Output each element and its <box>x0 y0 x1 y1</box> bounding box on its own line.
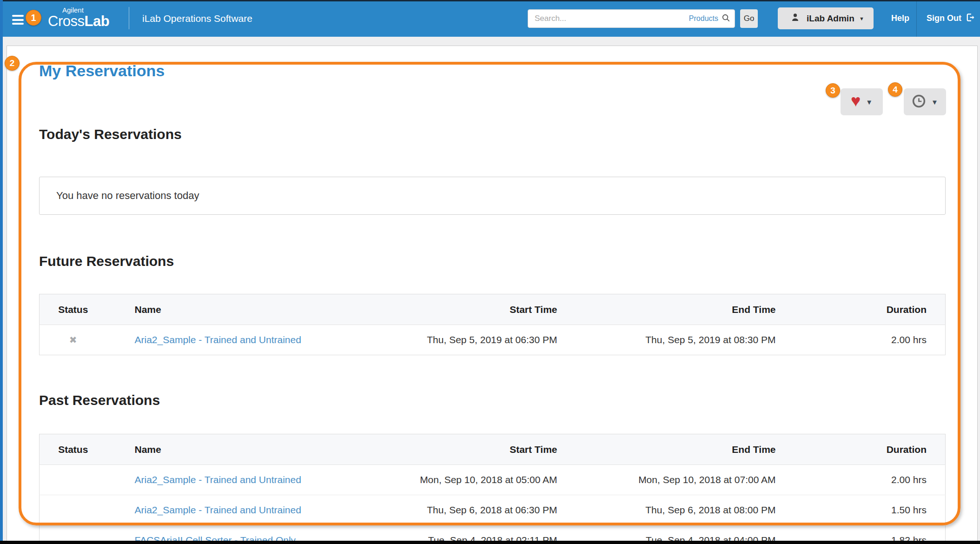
user-menu-button[interactable]: iLab Admin ▼ <box>778 7 874 29</box>
future-reservations-table: Status Name Start Time End Time Duration… <box>39 294 946 355</box>
duration-cell: 1.50 hrs <box>790 495 946 525</box>
help-link[interactable]: Help <box>891 0 909 37</box>
status-cell <box>40 495 107 525</box>
table-row: ✖ Aria2_Sample - Trained and Untrained T… <box>40 325 946 355</box>
app-window: Agilent CrossLab iLab Operations Softwar… <box>0 0 980 544</box>
search-go-button[interactable]: Go <box>740 9 758 28</box>
status-cell <box>40 465 107 495</box>
table-header-row: Status Name Start Time End Time Duration <box>40 434 946 465</box>
name-column-header: Name <box>107 434 344 465</box>
end-column-header: End Time <box>571 434 790 465</box>
annotation-badge-1: 1 <box>26 10 41 26</box>
end-column-header: End Time <box>571 294 790 325</box>
screenshot-top-edge <box>0 0 980 1</box>
name-cell: Aria2_Sample - Trained and Untrained <box>107 325 344 355</box>
start-cell: Mon, Sep 10, 2018 at 05:00 AM <box>344 465 571 495</box>
hamburger-menu-icon[interactable] <box>12 15 24 27</box>
header-divider <box>129 7 129 29</box>
name-column-header: Name <box>107 294 344 325</box>
table-row: Aria2_Sample - Trained and Untrained Thu… <box>40 495 946 525</box>
favorites-dropdown-button[interactable]: ♥ ▼ <box>841 88 883 115</box>
name-cell: Aria2_Sample - Trained and Untrained <box>107 465 344 495</box>
start-cell: Thu, Sep 6, 2018 at 06:30 PM <box>344 495 571 525</box>
caret-down-icon: ▼ <box>931 98 938 106</box>
screenshot-bottom-edge <box>0 541 980 544</box>
status-column-header: Status <box>40 294 107 325</box>
cancelled-icon: ✖ <box>69 335 77 345</box>
past-reservations-heading: Past Reservations <box>39 392 160 408</box>
app-title: iLab Operations Software <box>142 0 252 37</box>
search-scope-label[interactable]: Products <box>689 14 718 23</box>
reservation-link[interactable]: Aria2_Sample - Trained and Untrained <box>135 474 301 485</box>
annotation-badge-2: 2 <box>5 56 20 71</box>
duration-column-header: Duration <box>790 434 946 465</box>
search-scope-selector[interactable]: Products <box>689 9 730 28</box>
heart-icon: ♥ <box>851 93 861 109</box>
table-row: Aria2_Sample - Trained and Untrained Mon… <box>40 465 946 495</box>
annotation-badge-3: 3 <box>826 83 840 98</box>
end-cell: Thu, Sep 5, 2019 at 08:30 PM <box>571 325 790 355</box>
search-icon <box>722 13 730 24</box>
header-divider-2 <box>916 0 917 37</box>
clock-icon <box>912 94 926 110</box>
no-reservations-message: You have no reservations today <box>39 177 946 215</box>
agilent-crosslab-logo[interactable]: Agilent CrossLab <box>48 4 127 33</box>
screenshot-left-edge <box>0 0 3 544</box>
sign-out-label: Sign Out <box>927 13 961 23</box>
duration-cell: 2.00 hrs <box>790 465 946 495</box>
logo-crosslab-text: CrossLab <box>48 13 109 30</box>
table-header-row: Status Name Start Time End Time Duration <box>40 294 946 325</box>
status-cell: ✖ <box>40 325 107 355</box>
search-box: Products <box>528 9 735 28</box>
future-reservations-heading: Future Reservations <box>39 253 174 269</box>
today-reservations-heading: Today's Reservations <box>39 126 182 142</box>
reservation-link[interactable]: Aria2_Sample - Trained and Untrained <box>135 504 301 515</box>
duration-cell: 2.00 hrs <box>790 325 946 355</box>
end-cell: Mon, Sep 10, 2018 at 07:00 AM <box>571 465 790 495</box>
caret-down-icon: ▼ <box>866 98 873 106</box>
start-column-header: Start Time <box>344 434 571 465</box>
chevron-down-icon: ▼ <box>859 16 864 21</box>
user-icon <box>791 13 800 24</box>
sign-out-link[interactable]: Sign Out <box>927 0 975 37</box>
start-column-header: Start Time <box>344 294 571 325</box>
page-title: My Reservations <box>39 62 165 80</box>
past-reservations-table: Status Name Start Time End Time Duration… <box>39 434 946 544</box>
recent-dropdown-button[interactable]: ▼ <box>904 88 946 115</box>
end-cell: Thu, Sep 6, 2018 at 08:00 PM <box>571 495 790 525</box>
top-navbar: Agilent CrossLab iLab Operations Softwar… <box>0 0 980 37</box>
name-cell: Aria2_Sample - Trained and Untrained <box>107 495 344 525</box>
status-column-header: Status <box>40 434 107 465</box>
user-name-label: iLab Admin <box>807 13 854 24</box>
sign-out-icon <box>966 13 975 25</box>
annotation-badge-4: 4 <box>888 82 902 97</box>
reservation-link[interactable]: Aria2_Sample - Trained and Untrained <box>135 334 301 345</box>
start-cell: Thu, Sep 5, 2019 at 06:30 PM <box>344 325 571 355</box>
duration-column-header: Duration <box>790 294 946 325</box>
